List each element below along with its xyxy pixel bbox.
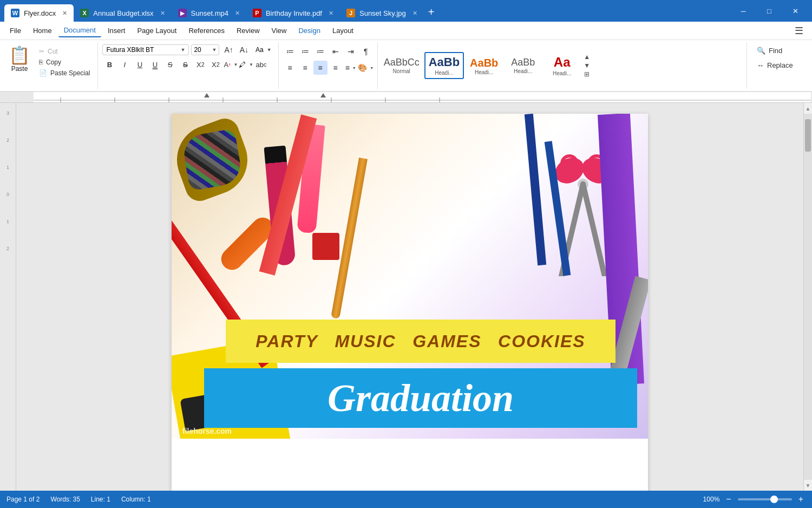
- underline-button[interactable]: U: [133, 57, 147, 71]
- font-shrink-button[interactable]: A↓: [237, 44, 251, 55]
- align-center-button[interactable]: ≡: [298, 61, 312, 75]
- paste-special-button[interactable]: 📄 Paste Special: [36, 68, 93, 78]
- font-case-button[interactable]: Aa ▼: [253, 45, 274, 55]
- scroll-down-button[interactable]: ▼: [804, 480, 812, 491]
- sunset-mp4-tab-close[interactable]: ✕: [235, 10, 240, 17]
- sunset-jpg-tab-label: Sunset Sky.jpg: [359, 9, 406, 17]
- style-normal-preview: AaBbCc: [384, 57, 420, 69]
- zoom-slider[interactable]: [738, 498, 792, 500]
- style-heading3[interactable]: AaBb Headi...: [504, 54, 542, 77]
- sunset-jpg-tab-close[interactable]: ✕: [412, 10, 417, 17]
- vertical-ruler: 3 2 1 0 1 2: [0, 103, 16, 491]
- scroll-thumb[interactable]: [805, 119, 811, 152]
- find-replace-section: 🔍 Find ↔ Replace: [747, 42, 812, 89]
- justify-button[interactable]: ≡: [329, 61, 343, 75]
- replace-button[interactable]: ↔ Replace: [754, 59, 806, 71]
- menu-review[interactable]: Review: [231, 24, 265, 37]
- style-normal[interactable]: AaBbCc Normal: [380, 54, 423, 77]
- menu-document[interactable]: Document: [58, 24, 101, 37]
- numbered-list-button[interactable]: ≔: [298, 44, 312, 58]
- font-color-button[interactable]: A▼: [224, 57, 238, 71]
- scroll-up-button[interactable]: ▲: [804, 103, 812, 114]
- minimize-button[interactable]: ─: [731, 2, 756, 19]
- menu-design[interactable]: Design: [293, 24, 325, 37]
- font-size-select[interactable]: 20 ▼: [191, 44, 219, 55]
- font-size-dropdown-arrow: ▼: [212, 47, 217, 53]
- flyer-tab-close[interactable]: ✕: [62, 10, 67, 17]
- tab-birthday[interactable]: P Birthday Invite.pdf ✕: [246, 4, 340, 22]
- graduation-text: Graduation: [328, 376, 514, 421]
- tab-sunset-jpg[interactable]: J Sunset Sky.jpg ✕: [340, 4, 424, 22]
- style-heading4[interactable]: Aa Headi...: [543, 52, 581, 79]
- clear-format-button[interactable]: abc: [254, 57, 268, 71]
- replace-icon: ↔: [757, 61, 764, 69]
- copy-button[interactable]: ⎘ Copy: [36, 57, 93, 67]
- bold-button[interactable]: B: [102, 57, 116, 71]
- styles-scroll-up-button[interactable]: ▲ ▼ ⊞: [582, 52, 592, 79]
- find-icon: 🔍: [757, 47, 765, 55]
- pilcrow-button[interactable]: ¶: [359, 44, 373, 58]
- multilevel-list-button[interactable]: ≔: [313, 44, 328, 58]
- menu-insert[interactable]: Insert: [102, 24, 131, 37]
- document-canvas[interactable]: PARTY MUSIC GAMES COOKIES Graduation fil…: [16, 103, 803, 491]
- align-right-button[interactable]: ≡: [313, 61, 328, 75]
- align-left-button[interactable]: ≡: [283, 61, 297, 75]
- double-underline-button[interactable]: U: [148, 57, 162, 71]
- menu-layout[interactable]: Layout: [327, 24, 359, 37]
- italic-button[interactable]: I: [117, 57, 132, 71]
- strikethrough-button[interactable]: S: [163, 57, 177, 71]
- flyer-tab-icon: W: [11, 9, 19, 17]
- vertical-scrollbar[interactable]: ▲ ▼: [803, 103, 812, 491]
- ruler-mark-neg1: 1: [6, 219, 9, 224]
- superscript-button[interactable]: X2: [193, 57, 207, 71]
- menu-view[interactable]: View: [266, 24, 292, 37]
- decrease-indent-button[interactable]: ⇤: [329, 44, 343, 58]
- tab-flyer[interactable]: W Flyer.docx ✕: [4, 4, 74, 22]
- maximize-button[interactable]: □: [757, 2, 782, 19]
- shading-button[interactable]: 🎨▼: [359, 61, 373, 75]
- line-spacing-button[interactable]: ≡▼: [344, 61, 358, 75]
- paste-special-label: Paste Special: [50, 69, 90, 77]
- subscript-button[interactable]: X2: [208, 57, 222, 71]
- menu-file[interactable]: File: [4, 24, 27, 37]
- tab-budget[interactable]: X Annual Budget.xlsx ✕: [74, 4, 171, 22]
- style-heading2[interactable]: AaBb Headi...: [465, 54, 503, 78]
- font-family-dropdown-arrow: ▼: [180, 47, 185, 53]
- font-family-select[interactable]: Futura XBlkIt BT ▼: [102, 44, 189, 55]
- new-tab-button[interactable]: +: [424, 4, 439, 19]
- style-heading1[interactable]: AaBb Headi...: [424, 52, 464, 79]
- column-info: Column: 1: [121, 496, 151, 503]
- menu-home[interactable]: Home: [28, 24, 57, 37]
- budget-tab-close[interactable]: ✕: [160, 10, 165, 17]
- ruler: [0, 92, 812, 103]
- zoom-thumb[interactable]: [770, 496, 778, 503]
- increase-indent-button[interactable]: ⇥: [344, 44, 358, 58]
- bullet-list-button[interactable]: ≔: [283, 44, 297, 58]
- font-case-label: Aa: [256, 46, 264, 54]
- font-grow-button[interactable]: A↑: [221, 44, 235, 55]
- double-strikethrough-button[interactable]: S: [178, 57, 192, 71]
- highlight-button[interactable]: 🖍▼: [239, 57, 253, 71]
- tab-sunset-mp4[interactable]: ▶ Sunset.mp4 ✕: [172, 4, 246, 22]
- close-button[interactable]: ✕: [783, 2, 808, 19]
- paste-button[interactable]: 📋 Paste: [4, 44, 35, 75]
- zoom-minus-button[interactable]: −: [724, 494, 733, 504]
- hamburger-button[interactable]: ☰: [790, 23, 808, 39]
- menu-page-layout[interactable]: Page Layout: [132, 24, 182, 37]
- zoom-plus-button[interactable]: +: [796, 494, 806, 504]
- birthday-tab-close[interactable]: ✕: [329, 10, 333, 17]
- document-page: PARTY MUSIC GAMES COOKIES Graduation fil…: [172, 114, 648, 491]
- birthday-tab-icon: P: [253, 9, 261, 17]
- scroll-track[interactable]: [804, 114, 812, 480]
- menu-bar: File Home Document Insert Page Layout Re…: [0, 22, 812, 40]
- styles-section: AaBbCc Normal AaBb Headi... AaBb Headi..…: [378, 42, 747, 89]
- style-heading2-label: Headi...: [475, 69, 493, 75]
- style-heading4-label: Headi...: [553, 70, 571, 76]
- find-button[interactable]: 🔍 Find: [754, 44, 806, 57]
- sharpener: [312, 233, 339, 260]
- style-heading2-preview: AaBb: [470, 56, 498, 69]
- menu-references[interactable]: References: [183, 24, 230, 37]
- cut-button[interactable]: ✂ Cut: [36, 47, 93, 56]
- style-heading1-label: Headi...: [435, 70, 453, 76]
- svg-line-15: [583, 184, 605, 276]
